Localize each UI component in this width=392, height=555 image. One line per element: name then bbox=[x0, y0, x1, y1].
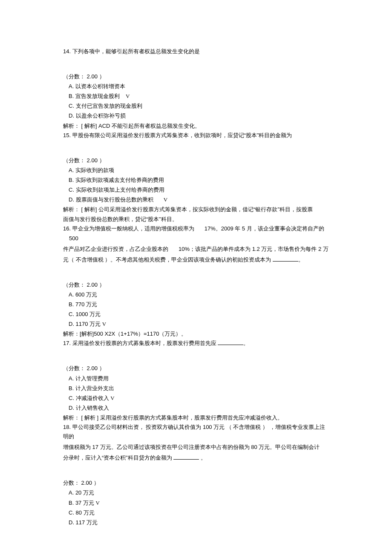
check-icon: V bbox=[126, 93, 130, 99]
q15-option-c: C. 实际收到款项加上支付给券商的费用 bbox=[63, 185, 329, 195]
spacer bbox=[63, 141, 329, 154]
check-icon: V bbox=[110, 395, 114, 401]
q16-l3b: 。 bbox=[298, 256, 304, 263]
q16-l3a: 元（ 不含增值税 ）。不考虑其他相关税费，甲企业因该项业务确认的初始投资成本为 bbox=[63, 256, 273, 263]
q14-option-d: D. 以盈余公积弥补亏损 bbox=[63, 111, 329, 121]
q18-line2: 增值税额为 17 万元。乙公司通过该项投资在甲公司注册资本中占有的份额为 80 … bbox=[63, 443, 329, 452]
check-icon: V bbox=[102, 321, 106, 327]
q18-option-c: C. 80 万元 bbox=[63, 508, 329, 518]
q16-d-text: D. 1170 万元 bbox=[69, 321, 101, 327]
q15-d-text: D. 股票面值与发行股份总数的乘积 bbox=[69, 196, 153, 203]
q17-stem: 17. 采用溢价发行股票的方式募集股本时，股票发行费用首先应 。 bbox=[63, 339, 329, 348]
q15-option-d: D. 股票面值与发行股份总数的乘积V bbox=[63, 195, 329, 204]
q16-l1a: 16. 甲企业为增值税一般纳税人，适用的增值税税率为 bbox=[63, 225, 194, 232]
blank-line bbox=[273, 256, 298, 262]
q16-analysis: 解析：[解析]500 X2X（1+17%）=1170（万元）。 bbox=[63, 329, 329, 339]
q14-option-b: B. 宣告发放现金股利V bbox=[63, 92, 329, 101]
q16-option-c: C. 1000 万元 bbox=[63, 310, 329, 319]
q17-score: （分数： 2.00 ） bbox=[63, 364, 329, 373]
q14-stem: 14. 下列各项中，能够引起所有者权益总额发生变化的是 bbox=[63, 47, 329, 56]
spacer bbox=[63, 464, 329, 477]
question-17: 17. 采用溢价发行股票的方式募集股本时，股票发行费用首先应 。 （分数： 2.… bbox=[63, 339, 329, 423]
q17-option-a: A. 计入管理费用 bbox=[63, 374, 329, 383]
q15-option-a: A. 实际收到的款项 bbox=[63, 166, 329, 175]
q18-b-text: B. 37 万元 bbox=[69, 500, 94, 506]
question-16: 16. 甲企业为增值税一般纳税人，适用的增值税税率为17%。2009 年 5 月… bbox=[63, 224, 329, 339]
blank-line bbox=[173, 454, 199, 460]
q15-analysis-1: 解析： [ 解析] 公司采用溢价发行股票方式筹集资本，按实际收到的金额，借记“银… bbox=[63, 205, 329, 214]
q18-l3b: 。 bbox=[199, 454, 206, 461]
q16-score: （分数： 2.00 ） bbox=[63, 280, 329, 290]
blank-line bbox=[218, 339, 243, 345]
spacer bbox=[63, 349, 329, 362]
q16-l1b: 17%。2009 年 5 月，该企业董事会决定将自产的 bbox=[205, 225, 324, 232]
q17-sa: 17. 采用溢价发行股票的方式募集股本时，股票发行费用首先应 bbox=[63, 340, 218, 346]
q15-option-b: B. 实际收到款项减去支付给券商的费用 bbox=[63, 175, 329, 185]
q14-analysis: 解析： [ 解析] ACD 不能引起所有者权益总额发生变化。 bbox=[63, 121, 329, 131]
q18-option-b: B. 37 万元 V bbox=[63, 498, 329, 508]
q14-option-c: C. 支付已宣告发放的现金股利 bbox=[63, 101, 329, 111]
spacer bbox=[63, 266, 329, 279]
q16-l2a: 件产品对乙企业进行投资，占乙企业股本的 bbox=[63, 246, 168, 252]
q17-c-text: C. 冲减溢价收入 bbox=[69, 395, 109, 401]
q16-option-a: A. 600 万元 bbox=[63, 290, 329, 299]
q16-line3: 元（ 不含增值税 ）。不考虑其他相关税费，甲企业因该项业务确认的初始投资成本为 … bbox=[63, 255, 329, 265]
q16-line1: 16. 甲企业为增值税一般纳税人，适用的增值税税率为17%。2009 年 5 月… bbox=[63, 224, 329, 243]
q14-b-text: B. 宣告发放现金股利 bbox=[69, 93, 120, 99]
q17-option-b: B. 计入营业外支出 bbox=[63, 384, 329, 393]
q18-option-a: A. 20 万元 bbox=[63, 488, 329, 497]
check-icon: V bbox=[96, 500, 100, 506]
q16-line2: 件产品对乙企业进行投资，占乙企业股本的10%；该批产品的单件成本为 1.2 万元… bbox=[63, 244, 329, 254]
q16-l1c: 500 bbox=[69, 235, 78, 242]
q16-option-d: D. 1170 万元 V bbox=[63, 319, 329, 329]
q15-analysis-2: 面值与发行股份总数的乘积，贷记“股本”科目。 bbox=[63, 215, 329, 224]
q16-option-b: B. 770 万元 bbox=[63, 300, 329, 309]
q18-l3a: 分录时，应计入“资本公积”科目贷方的金额为 bbox=[63, 454, 173, 461]
q17-option-d: D. 计入销售收入 bbox=[63, 403, 329, 413]
question-14: 14. 下列各项中，能够引起所有者权益总额发生变化的是 （分数： 2.00 ） … bbox=[63, 47, 329, 131]
q18-option-d: D. 117 万元 bbox=[63, 518, 329, 527]
spacer bbox=[63, 58, 329, 70]
q18-line1: 18. 甲公司接受乙公司材料出资， 投资双方确认其价值为 100 万元 （ 不含… bbox=[63, 423, 329, 441]
q17-option-c: C. 冲减溢价收入 V bbox=[63, 394, 329, 403]
q18-score: 分数： 2.00 ） bbox=[63, 478, 329, 488]
question-15: 15. 甲股份有限公司采用溢价发行股票方式筹集资本，收到款项时，应贷记“股本”科… bbox=[63, 131, 329, 224]
q15-stem: 15. 甲股份有限公司采用溢价发行股票方式筹集资本，收到款项时，应贷记“股本”科… bbox=[63, 131, 329, 140]
check-icon: V bbox=[164, 196, 167, 203]
q17-analysis: 解析： [ 解析 ] 采用溢价发行股票的方式募集股本时，股票发行费用首先应冲减溢… bbox=[63, 413, 329, 423]
q15-score: （分数： 2.00 ） bbox=[63, 156, 329, 165]
q17-sb: 。 bbox=[243, 340, 249, 346]
question-18: 18. 甲公司接受乙公司材料出资， 投资双方确认其价值为 100 万元 （ 不含… bbox=[63, 423, 329, 527]
q18-line3: 分录时，应计入“资本公积”科目贷方的金额为 。 bbox=[63, 453, 329, 463]
q16-l2b: 10%；该批产品的单件成本为 1.2 万元，市场售价为每件 2 万 bbox=[179, 246, 329, 252]
q14-score: （分数： 2.00 ） bbox=[63, 72, 329, 81]
q14-option-a: A. 以资本公积转增资本 bbox=[63, 82, 329, 91]
